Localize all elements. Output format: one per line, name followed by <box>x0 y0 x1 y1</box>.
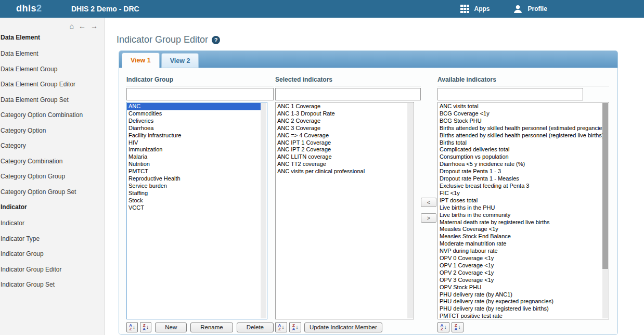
sidebar-item[interactable]: Data Element <box>1 50 104 57</box>
apps-menu-button[interactable]: Apps <box>460 5 490 14</box>
list-item[interactable]: OPV 1 Coverage <1y <box>438 262 602 269</box>
list-item[interactable]: Births total <box>438 139 602 147</box>
list-item[interactable]: PHU delivery rate (by registered live bi… <box>438 305 602 313</box>
sidebar-item[interactable]: Indicator Group Set <box>1 281 104 288</box>
list-item[interactable]: Nutrition <box>127 161 261 168</box>
list-item[interactable]: Facility infrastructure <box>127 132 261 139</box>
list-item[interactable]: ANC visits total <box>438 103 602 110</box>
list-item[interactable]: Immunization <box>127 146 261 153</box>
scrollbar-track[interactable] <box>407 103 413 318</box>
sort-descending-button[interactable]: ZA ↓ <box>452 322 463 332</box>
sidebar-item[interactable]: Indicator Group <box>1 250 104 257</box>
profile-menu-button[interactable]: Profile <box>513 4 547 14</box>
rename-button[interactable]: Rename <box>190 323 233 332</box>
list-item[interactable]: IPT doses total <box>438 197 602 204</box>
list-item[interactable]: Measles Stock End Balance <box>438 233 602 240</box>
list-item[interactable]: ANC LLITN coverage <box>276 153 407 161</box>
list-item[interactable]: Commodities <box>127 110 261 118</box>
list-item[interactable]: Dropout rate Penta 1 - Measles <box>438 175 602 183</box>
update-indicator-member-button[interactable]: Update Indicator Member <box>304 323 382 332</box>
list-item[interactable]: PMTCT <box>127 168 261 175</box>
indicator-group-filter-input[interactable] <box>126 88 274 100</box>
list-item[interactable]: Stock <box>127 197 261 204</box>
scrollbar-track[interactable] <box>261 103 266 318</box>
indicator-group-list[interactable]: ANCCommoditiesDeliveriesDiarrhoeaFacilit… <box>126 102 267 319</box>
available-indicators-list[interactable]: ANC visits totalBCG Coverage <1yBCG Stoc… <box>437 102 609 319</box>
forward-arrow-icon[interactable]: → <box>91 22 98 30</box>
list-item[interactable]: ANC 1-3 Dropout Rate <box>276 110 407 118</box>
list-item[interactable]: Moderate malnutrition rate <box>438 240 602 248</box>
list-item[interactable]: Service burden <box>127 183 261 190</box>
list-item[interactable]: ANC IPT 1 Coverage <box>276 139 407 147</box>
list-item[interactable]: Measles Coverage <1y <box>438 226 602 233</box>
new-button[interactable]: New <box>155 323 187 332</box>
sidebar-item[interactable]: Data Element Group Set <box>1 96 104 104</box>
list-item[interactable]: OPV 0 Coverage <1y <box>438 255 602 262</box>
list-item[interactable]: ANC => 4 Coverage <box>276 132 407 139</box>
list-item[interactable]: Malaria <box>127 153 261 161</box>
list-item[interactable]: ANC 2 Coverage <box>276 118 407 125</box>
sidebar-item[interactable]: Indicator <box>1 220 104 227</box>
sidebar-item[interactable]: Category Combination <box>1 158 104 165</box>
sidebar-item[interactable]: Data Element Group Editor <box>1 81 104 88</box>
list-item[interactable]: Deliveries <box>127 118 261 125</box>
list-item[interactable]: BCG Coverage <1y <box>438 110 602 118</box>
selected-indicators-list[interactable]: ANC 1 CoverageANC 1-3 Dropout RateANC 2 … <box>275 102 414 319</box>
list-item[interactable]: Complicated deliveries total <box>438 146 602 153</box>
sort-ascending-button[interactable]: AZ ↓ <box>126 322 138 332</box>
list-item[interactable]: PHU delivery rate (by ANC1) <box>438 291 602 299</box>
list-item[interactable]: HIV <box>127 139 261 147</box>
list-item[interactable]: OPV 3 Coverage <1y <box>438 277 602 284</box>
sidebar-item[interactable]: Category Option Group <box>1 173 104 180</box>
list-item[interactable]: ANC 3 Coverage <box>276 125 407 132</box>
list-item[interactable]: Births attended by skilled health person… <box>438 125 602 132</box>
scrollbar-thumb[interactable] <box>602 103 608 269</box>
sort-descending-button[interactable]: ZA ↓ <box>289 322 301 332</box>
delete-button[interactable]: Delete <box>237 323 274 332</box>
home-icon[interactable]: ⌂ <box>70 22 74 30</box>
sidebar-item[interactable]: Category Option <box>1 127 104 134</box>
list-item[interactable]: FIC <1y <box>438 190 602 197</box>
tab[interactable]: View 2 <box>161 53 199 68</box>
list-item[interactable]: Live births in the PHU <box>438 204 602 212</box>
help-icon[interactable]: ? <box>212 36 220 44</box>
list-item[interactable]: Exclusive breast feeding at Penta 3 <box>438 183 602 190</box>
list-item[interactable]: VCCT <box>127 204 261 212</box>
list-item[interactable]: BCG Stock PHU <box>438 118 602 125</box>
dhis2-logo[interactable]: dhis2 <box>16 3 42 14</box>
list-item[interactable]: ANC TT2 coverage <box>276 161 407 168</box>
move-left-button[interactable]: < <box>421 198 436 207</box>
list-item[interactable]: Live births in the community <box>438 212 602 219</box>
list-item[interactable]: Maternal death rate by registered live b… <box>438 219 602 226</box>
scrollbar-track[interactable] <box>602 103 608 318</box>
list-item[interactable]: OPV Stock PHU <box>438 284 602 291</box>
list-item[interactable]: OPV 2 Coverage <1y <box>438 269 602 277</box>
sidebar-item[interactable]: Data Element Group <box>1 66 104 73</box>
sidebar-item[interactable]: Indicator Type <box>1 235 104 242</box>
list-item[interactable]: Consumption vs population <box>438 153 602 161</box>
list-item[interactable]: Diarrhoea <box>127 125 261 132</box>
list-item[interactable]: Diarrhoea <5 y incidence rate (%) <box>438 161 602 168</box>
sort-descending-button[interactable]: ZA ↓ <box>140 322 151 332</box>
list-item[interactable]: Dropout rate Penta 1 - 3 <box>438 168 602 175</box>
list-item[interactable]: PHU delivery rate (by expected pregnanci… <box>438 298 602 305</box>
list-item[interactable]: ANC visits per clinical professional <box>276 168 407 175</box>
list-item[interactable]: ANC IPT 2 Coverage <box>276 146 407 153</box>
available-indicators-filter-input[interactable] <box>437 88 583 100</box>
selected-indicators-filter-input[interactable] <box>275 88 421 100</box>
list-item[interactable]: PMTCT positive test rate <box>438 313 602 318</box>
list-item[interactable]: Reproductive Health <box>127 175 261 183</box>
sidebar-item[interactable]: Category <box>1 142 104 149</box>
sidebar-item[interactable]: Category Option Group Set <box>1 188 104 196</box>
sort-ascending-button[interactable]: AZ ↓ <box>275 322 287 332</box>
back-arrow-icon[interactable]: ← <box>79 22 86 30</box>
sidebar-item[interactable]: Category Option Combination <box>1 111 104 119</box>
move-right-button[interactable]: > <box>421 213 436 223</box>
tab[interactable]: View 1 <box>122 53 160 68</box>
list-item[interactable]: ANC 1 Coverage <box>276 103 407 110</box>
list-item[interactable]: Staffing <box>127 190 261 197</box>
sidebar-item[interactable]: Indicator Group Editor <box>1 266 104 273</box>
sort-ascending-button[interactable]: AZ ↓ <box>437 322 449 332</box>
list-item[interactable]: Births attended by skilled health person… <box>438 132 602 139</box>
list-item[interactable]: ANC <box>127 103 261 110</box>
